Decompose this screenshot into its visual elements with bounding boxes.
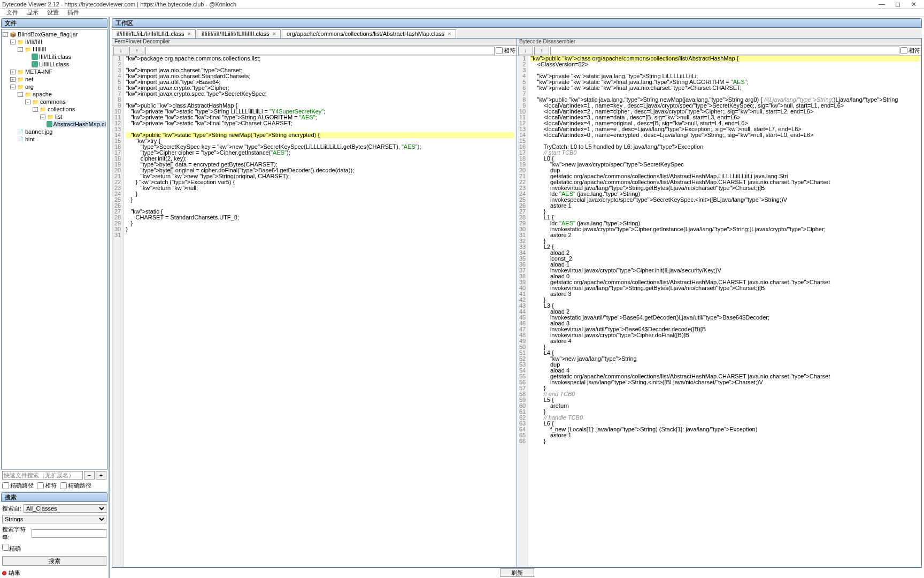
tree-toggle-icon[interactable]: -	[10, 85, 16, 89]
code-line[interactable]: }	[530, 238, 919, 244]
bytecode-code[interactable]: 1234567891011121314151617181920212223242…	[517, 56, 921, 567]
bytecode-search-input[interactable]	[550, 47, 899, 55]
code-line[interactable]: L2 {	[530, 244, 919, 250]
code-line[interactable]: dup	[530, 362, 919, 368]
code-line[interactable]: TryCatch: L0 to L5 handled by L6: java/l…	[530, 144, 919, 150]
code-line[interactable]: L3 {	[530, 303, 919, 309]
tree-node[interactable]: -list	[3, 113, 106, 120]
editor-tab[interactable]: iIIiIiI/iiII/IILiiIiI/ILIIIiIIII.class×	[197, 29, 281, 38]
tree-node[interactable]: banner.jpg	[3, 128, 106, 135]
code-line[interactable]: L5 {	[530, 397, 919, 403]
tree-node[interactable]: +META-INF	[3, 68, 106, 75]
editor-tab[interactable]: org/apache/commons/collections/list/Abst…	[282, 29, 456, 38]
code-line[interactable]	[126, 232, 514, 238]
tree-node[interactable]: -BlindBoxGame_flag.jar	[3, 31, 106, 38]
file-tree[interactable]: -BlindBoxGame_flag.jar-iI/IIi/IiII-IIIii…	[1, 29, 107, 469]
code-line[interactable]: invokestatic java/util/"type">Base64.get…	[530, 315, 919, 321]
search-string-input[interactable]	[32, 529, 106, 538]
code-line[interactable]: "kw">private "kw">static "kw">final java…	[530, 85, 919, 91]
code-line[interactable]: // handle TCB0	[530, 415, 919, 421]
minimize-button[interactable]: —	[874, 1, 890, 8]
menu-plugins[interactable]: 插件	[63, 9, 83, 17]
code-line[interactable]: // start TCB0	[530, 150, 919, 156]
code-line[interactable]: }	[530, 438, 919, 444]
code-line[interactable]: }	[126, 220, 514, 226]
code-line[interactable]: }	[126, 191, 514, 197]
code-line[interactable]: "kw">import javax.crypto.spec."type">Sec…	[126, 91, 514, 97]
expand-button[interactable]: +	[96, 471, 106, 480]
code-line[interactable]	[126, 203, 514, 209]
code-line[interactable]: }	[530, 409, 919, 415]
bytecode-exact-checkbox[interactable]: 相符	[900, 47, 920, 55]
tree-toggle-icon[interactable]: +	[10, 70, 16, 74]
decompiler-up-button[interactable]: ↑	[129, 47, 144, 55]
code-line[interactable]: invokevirtual javax/crypto/"type">Cipher…	[530, 332, 919, 338]
code-line[interactable]: astore 2	[530, 232, 919, 238]
maximize-button[interactable]: ◻	[890, 1, 906, 8]
menu-settings[interactable]: 设置	[43, 9, 63, 17]
code-line[interactable]: invokestatic javax/crypto/"type">Cipher.…	[530, 226, 919, 232]
code-line[interactable]: }	[126, 197, 514, 203]
search-button[interactable]: 搜索	[2, 556, 106, 566]
tab-close-icon[interactable]: ×	[273, 31, 276, 37]
exact-path-checkbox-2[interactable]: 精确路径	[60, 482, 91, 490]
code-line[interactable]: astore 4	[530, 338, 919, 344]
code-line[interactable]: <ClassVersion=52>	[530, 62, 919, 67]
tree-node[interactable]: AbstractHashMap.cl	[3, 120, 106, 128]
collapse-button[interactable]: −	[84, 471, 95, 480]
tree-node[interactable]: -iI/IIi/IiII	[3, 38, 106, 45]
code-line[interactable]: f_new (Locals[1]: java/lang/"type">Strin…	[530, 427, 919, 432]
bytecode-up-button[interactable]: ↑	[534, 47, 549, 55]
code-line[interactable]: invokespecial javax/crypto/spec/"type">S…	[530, 197, 919, 203]
decompiler-exact-checkbox[interactable]: 相符	[496, 47, 515, 55]
decompiler-search-input[interactable]	[145, 47, 495, 55]
code-line[interactable]: iconst_2	[530, 256, 919, 262]
code-line[interactable]: "kw">private "kw">static "kw">final "typ…	[126, 120, 514, 126]
code-line[interactable]: "kw">new java/lang/"type">String	[530, 356, 919, 362]
tree-toggle-icon[interactable]: -	[25, 100, 30, 104]
exact-path-checkbox-1[interactable]: 精确路径	[2, 482, 34, 490]
menu-file[interactable]: 文件	[2, 9, 22, 17]
code-line[interactable]: aload 2	[530, 250, 919, 256]
code-line[interactable]: "kw">new javax/crypto/spec/"type">Secret…	[530, 162, 919, 168]
code-line[interactable]: astore 3	[530, 291, 919, 297]
code-line[interactable]: invokespecial java/lang/"type">String.<i…	[530, 379, 919, 385]
code-line[interactable]: <localVar:index=0 , name=encrypted , des…	[530, 132, 919, 138]
tree-toggle-icon[interactable]: -	[40, 115, 45, 119]
tree-toggle-icon[interactable]: -	[33, 107, 38, 112]
code-line[interactable]: }	[530, 344, 919, 350]
refresh-button[interactable]: 刷新	[500, 568, 534, 577]
matchcase-checkbox[interactable]: 相符	[37, 482, 57, 490]
tree-toggle-icon[interactable]: -	[10, 40, 16, 44]
code-line[interactable]: "kw">package org.apache.commons.collecti…	[126, 56, 514, 62]
tree-node[interactable]: -apache	[3, 90, 106, 98]
tree-node[interactable]: hint	[3, 135, 106, 143]
code-line[interactable]: invokevirtual java/lang/"type">String.ge…	[530, 285, 919, 291]
tab-close-icon[interactable]: ×	[448, 31, 451, 37]
code-line[interactable]: invokevirtual javax/crypto/"type">Cipher…	[530, 268, 919, 273]
search-type-select[interactable]: Strings	[2, 515, 106, 523]
tree-node[interactable]: IIiI/ILiIi.class	[3, 53, 106, 60]
code-line[interactable]: }	[530, 297, 919, 303]
decompiler-code[interactable]: 1234567891011121314151617181920212223242…	[112, 56, 517, 567]
close-button[interactable]: ✕	[906, 1, 922, 8]
code-line[interactable]: "kw">public "kw">class org/apache/common…	[530, 56, 919, 62]
search-from-select[interactable]: All_Classes	[24, 504, 106, 513]
tree-node[interactable]: LiIIiiLl.class	[3, 60, 106, 68]
code-line[interactable]: }	[530, 209, 919, 215]
code-line[interactable]: }	[530, 385, 919, 391]
tree-node[interactable]: -IIIiiIiII	[3, 45, 106, 53]
tree-toggle-icon[interactable]: -	[18, 92, 23, 97]
code-line[interactable]: "kw">public "kw">static "type">String ne…	[126, 132, 514, 138]
bytecode-down-button[interactable]: ↓	[518, 47, 533, 55]
tree-node[interactable]: -org	[3, 83, 106, 90]
tree-toggle-icon[interactable]: -	[3, 32, 8, 37]
code-line[interactable]: }	[126, 226, 514, 232]
code-line[interactable]: CHARSET = StandardCharsets.UTF_8;	[126, 215, 514, 220]
exact-checkbox[interactable]: 精确	[2, 544, 21, 553]
code-line[interactable]: areturn	[530, 403, 919, 409]
quick-file-search-input[interactable]	[2, 471, 83, 480]
tab-close-icon[interactable]: ×	[188, 31, 191, 37]
code-line[interactable]: astore 1	[530, 203, 919, 209]
menu-view[interactable]: 显示	[22, 9, 43, 17]
